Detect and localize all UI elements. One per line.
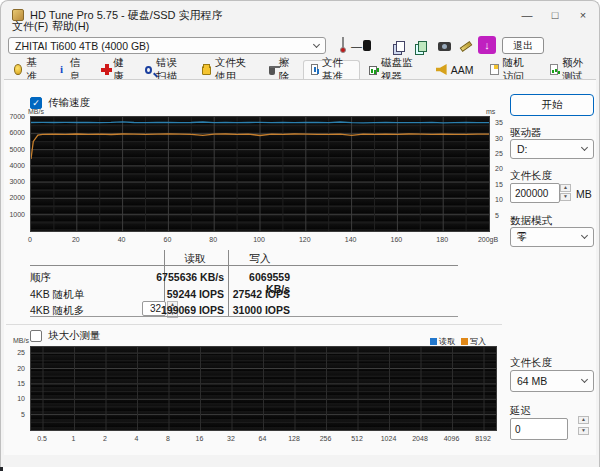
down-arrow-icon[interactable]: ▼ [560,193,571,201]
minimize-button[interactable]: — [513,6,541,24]
tick-label: 20 [72,236,80,243]
tab-extra-tests[interactable]: 额外测试 [542,60,600,79]
folder-icon [202,66,210,75]
file-length-input[interactable]: 200000 [510,183,560,203]
target-drive-select[interactable]: D: [510,139,594,159]
checkbox-unchecked-icon [30,330,42,342]
section-separator [6,324,502,325]
block-size-checkbox[interactable]: 块大小测量 [30,329,101,343]
table-header-write: 写入 [228,252,292,266]
tab-benchmark[interactable]: 基准 [6,60,49,79]
chevron-down-icon [313,40,320,47]
random-access-icon [490,64,498,75]
tab-aam[interactable]: AAM [428,60,482,79]
tick-label: 7000 [9,113,25,120]
tick-label: 10 [17,395,25,402]
file-length-unit: MB [576,188,592,200]
up-arrow-icon[interactable]: ▲ [578,416,589,424]
tick-label: 20 [17,365,25,372]
tab-erase[interactable]: 擦除 [261,60,301,79]
chart1-y2-ticks: 5101520253035 [492,116,508,232]
tick-label: 256 [320,435,332,442]
tick-label: 1000 [9,211,25,218]
tab-disk-monitor[interactable]: 磁盘监视器 [361,60,427,79]
disk-monitor-icon [369,66,377,75]
info-icon: i [58,64,66,75]
file-length-stepper[interactable]: ▲▼ [560,184,571,201]
save-button[interactable] [458,38,474,54]
chevron-down-icon [581,232,588,239]
tick-label: 35 [495,119,503,126]
down-arrow-icon[interactable]: ▼ [578,427,589,435]
drive-select[interactable]: ZHITAI Ti600 4TB (4000 GB) [8,37,326,54]
menu-file[interactable]: 文件(F) [12,19,48,34]
tick-label: 2000 [9,194,25,201]
data-pattern-label: 数据模式 [510,214,552,228]
tab-health[interactable]: 健康 [93,60,136,79]
tick-label: 40 [118,236,126,243]
menu-help[interactable]: 帮助(H) [52,19,89,34]
tick-label: 2048 [412,435,428,442]
trash-icon [269,66,275,75]
write-legend-swatch [461,338,468,345]
file-length-label: 文件长度 [510,169,552,183]
read-legend-swatch [430,338,437,345]
transfer-speed-chart [30,116,490,232]
row-4kb-single-write: 27542 IOPS [228,288,290,300]
tick-label: 0 [28,236,32,243]
tick-label: 1024 [381,435,397,442]
update-button[interactable]: ↓ [478,36,496,54]
table-header-read: 读取 [164,252,226,266]
tick-label: 4096 [444,435,460,442]
table-bottom-rule [30,316,458,317]
screenshot-button[interactable] [436,38,452,54]
row-4kb-multi-read: 199069 IOPS [130,304,224,316]
close-button[interactable]: × [569,6,597,24]
start-button[interactable]: 开始 [510,94,594,116]
file-benchmark-icon [311,64,318,75]
tick-label: 100 [253,236,265,243]
health-cross-icon [101,64,109,75]
chart1-y-axis-unit: MB/s [28,108,44,115]
exit-button[interactable]: 退出 [502,37,544,54]
tick-label: 25 [17,349,25,356]
delay-input[interactable]: 0 [510,418,568,440]
drive-select-value: ZHITAI Ti600 4TB (4000 GB) [15,40,150,52]
tick-label: 16 [196,435,204,442]
tick-label: 200gB [478,236,498,243]
tick-label: 5 [495,212,499,219]
row-4kb-multi-write: 31000 IOPS [228,304,290,316]
tab-file-benchmark[interactable]: 文件基准 [303,60,360,79]
chart2-y-axis-unit: MB/s [13,337,29,344]
delay-stepper[interactable]: ▲▼ [578,416,589,435]
data-pattern-select[interactable]: 零 [510,227,594,247]
tick-label: 15 [495,181,503,188]
tick-label: 20 [495,165,503,172]
tab-random-access[interactable]: 随机访问 [482,60,540,79]
speaker-icon [436,64,447,75]
copy-text-button[interactable] [392,38,408,54]
tick-label: 25 [495,150,503,157]
drive-label: 驱动器 [510,126,542,140]
tab-info[interactable]: i信息 [50,60,93,79]
up-arrow-icon[interactable]: ▲ [560,184,571,192]
tick-label: 3000 [9,178,25,185]
row-4kb-single-read: 59244 IOPS [130,288,224,300]
chart1-y2-axis-unit: ms [486,108,495,115]
file-length2-select[interactable]: 64 MB [510,370,594,392]
tick-label: 128 [288,435,300,442]
delay-label: 延迟 [510,404,531,418]
row-sequential-label: 顺序 [30,271,51,285]
tick-label: 10 [495,196,503,203]
temperature-value: — [351,40,362,52]
copy-image-button[interactable] [414,38,430,54]
tick-label: 512 [351,435,363,442]
maximize-button[interactable]: □ [541,6,569,24]
chevron-down-icon [581,144,588,151]
block-size-chart [30,346,497,431]
tab-folder-usage[interactable]: 文件夹使用 [194,60,260,79]
tick-label: 0.5 [37,435,47,442]
tick-label: 60 [163,236,171,243]
tab-error-scan[interactable]: 错误扫描 [137,60,193,79]
tick-label: 4 [135,435,139,442]
